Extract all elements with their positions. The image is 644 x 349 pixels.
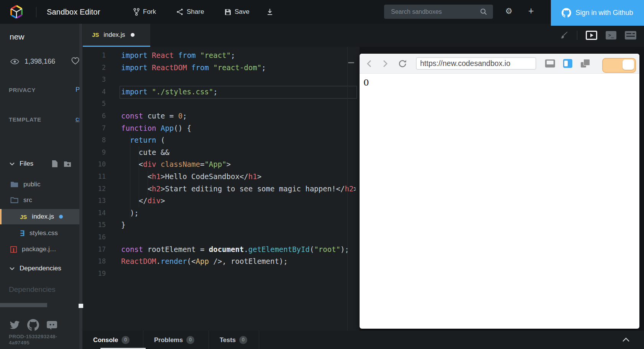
line-number: 11 [82,171,106,183]
line-number: 14 [82,207,106,219]
views-eye-icon [10,59,19,64]
discord-icon[interactable] [46,321,58,330]
line-number: 9 [82,147,106,159]
file-row-index-js[interactable]: JS index.js [0,209,79,224]
top-header: Sandbox Editor Fork Share Save [0,0,644,24]
selected-file-accent [0,209,2,224]
file-row-styles-css[interactable]: ∃ styles.css [0,226,79,241]
dependencies-section-header[interactable]: Dependencies [10,263,61,274]
template-link[interactable]: create-react-app [76,115,79,123]
download-button[interactable] [267,0,273,24]
dependencies-placeholder: Dependencies [9,285,55,294]
code-line: import React from "react"; [121,49,356,62]
new-sandbox-plus-icon[interactable]: + [528,5,534,16]
unsaved-dot [131,33,135,37]
tab-index-js[interactable]: JS index.js [83,24,150,47]
new-folder-icon[interactable] [64,161,71,167]
live-preview-toggle[interactable] [602,58,636,73]
dependencies-header-label: Dependencies [20,265,61,272]
file-name: public [23,181,40,188]
files-header-label: Files [20,160,33,168]
rendered-output-text: 0 [363,77,369,87]
share-label: Share [187,8,204,16]
terminal-pane-icon[interactable]: >_ [606,31,616,40]
line-number: 15 [82,219,106,231]
count-badge: 0 [122,336,130,344]
line-number: 3 [82,74,106,86]
tab-filename: index.js [104,31,125,38]
codesandbox-logo[interactable] [10,5,23,19]
file-name: src [23,196,32,204]
browser-preview-pane: https://new.codesandbox.io 0 [360,54,639,329]
fork-icon [133,8,140,16]
unsaved-dot [59,215,63,219]
files-section-header[interactable]: Files [10,158,75,170]
line-number: 1 [82,49,106,62]
sidebar-scrollbar-thumb[interactable] [0,303,47,307]
code-line: <div className="App"> [121,158,356,171]
code-content[interactable]: import React from "react";import ReactDO… [121,49,356,280]
search-input[interactable] [384,8,480,15]
dev-tools-bar: Console 0 Problems 0 Tests 0 [82,331,644,349]
code-line: return ( [121,134,356,147]
code-line: cute && [121,147,356,159]
split-view-icon[interactable] [563,59,572,68]
twitter-icon[interactable] [10,321,20,329]
code-line: <h1>Hello CodeSandbox</h1> [121,171,356,183]
folder-open-icon [10,197,18,203]
new-window-icon[interactable] [581,59,590,68]
back-icon[interactable] [366,54,372,73]
tab-label: Tests [220,336,236,344]
app-title: Sandbox Editor [47,0,100,24]
console-pane-icon[interactable] [625,31,636,40]
line-number: 16 [82,231,106,244]
file-row-public[interactable]: public [0,177,79,192]
save-button[interactable]: Save [225,0,250,24]
line-number: 7 [82,122,106,135]
like-heart-icon[interactable] [71,57,79,66]
signin-github-button[interactable]: Sign in with Github [551,0,644,26]
count-badge: 0 [239,336,247,344]
sandbox-title: new [10,32,25,41]
tab-tests[interactable]: Tests 0 [209,331,259,349]
scrollbar-mini-thumb[interactable] [79,304,83,308]
pane-resize-handle[interactable] [348,62,354,63]
refresh-icon[interactable] [398,54,407,73]
file-row-src[interactable]: src [0,193,79,208]
url-input[interactable]: https://new.codesandbox.io [416,57,536,70]
fork-button[interactable]: Fork [133,0,156,24]
browser-view-icon[interactable] [545,59,555,67]
code-editor[interactable]: 12345678910111213141516171819 import Rea… [82,47,360,331]
code-line: } [121,219,356,231]
editor-tab-bar: JS index.js >_ [82,24,644,47]
share-button[interactable]: Share [176,0,204,24]
preview-content: 0 [360,74,639,329]
stats-row: 1,398,166 [10,56,55,67]
template-label: TEMPLATE [9,116,41,123]
new-file-icon[interactable] [52,160,58,168]
toolbar-divider [577,31,577,40]
share-icon [176,8,183,15]
search-icon[interactable] [480,8,487,15]
forward-icon[interactable] [383,54,388,73]
download-icon [267,8,273,15]
code-line: ); [121,207,356,219]
line-number: 10 [82,158,106,171]
chevron-up-icon[interactable] [622,337,630,344]
line-number: 17 [82,244,106,256]
settings-gear-icon[interactable]: ⚙ [505,7,513,16]
npm-file-icon [10,246,17,253]
css-file-icon: ∃ [20,230,25,236]
file-row-package-json[interactable]: package.j… [0,242,79,257]
code-line [121,98,356,110]
tab-console[interactable]: Console 0 [82,331,143,349]
tab-problems[interactable]: Problems 0 [143,331,209,349]
line-number: 18 [82,255,106,268]
sidebar-resizer[interactable] [79,24,82,349]
open-browser-pane-icon[interactable] [586,31,597,40]
prettify-brush-icon[interactable] [559,31,568,40]
build-id-line2: 4a97495 [9,340,30,346]
build-id-line1: PROD-1533293248- [9,334,57,339]
save-icon [225,9,231,15]
github-icon[interactable] [27,319,39,331]
